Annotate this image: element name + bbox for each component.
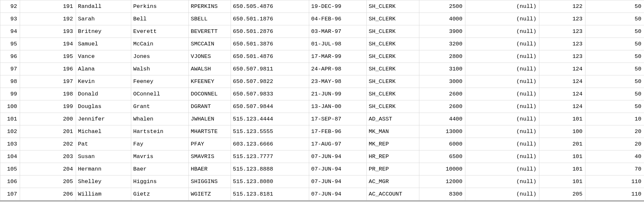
cell-first-name[interactable]: Donald <box>76 88 131 100</box>
cell-salary[interactable]: 3000 <box>419 75 465 88</box>
cell-job-id[interactable]: SH_CLERK <box>367 13 419 25</box>
cell-last-name[interactable]: OConnell <box>131 88 189 100</box>
table-row[interactable]: 100199DouglasGrantDGRANT650.507.984413-J… <box>0 100 644 113</box>
cell-phone[interactable]: 650.505.4876 <box>231 0 309 13</box>
cell-last-name[interactable]: Walsh <box>131 63 189 75</box>
cell-job-id[interactable]: SH_CLERK <box>367 63 419 75</box>
cell-rownum[interactable]: 103 <box>0 138 20 150</box>
cell-first-name[interactable]: Samuel <box>76 38 131 50</box>
cell-rownum[interactable]: 98 <box>0 75 20 88</box>
cell-job-id[interactable]: SH_CLERK <box>367 88 419 100</box>
cell-last-name[interactable]: Gietz <box>131 188 189 201</box>
cell-job-id[interactable]: AC_ACCOUNT <box>367 188 419 201</box>
cell-employee-id[interactable]: 194 <box>20 38 76 50</box>
cell-job-id[interactable]: SH_CLERK <box>367 25 419 38</box>
cell-email[interactable]: BEVERETT <box>189 25 231 38</box>
results-grid[interactable]: 92191RandallPerkinsRPERKINS650.505.48761… <box>0 0 644 201</box>
cell-employee-id[interactable]: 196 <box>20 63 76 75</box>
cell-first-name[interactable]: Shelley <box>76 175 131 188</box>
cell-department-id[interactable]: 20 <box>585 138 644 150</box>
cell-email[interactable]: SBELL <box>189 13 231 25</box>
table-row[interactable]: 93192SarahBellSBELL650.501.187604-FEB-96… <box>0 13 644 25</box>
cell-phone[interactable]: 515.123.8888 <box>231 163 309 175</box>
cell-employee-id[interactable]: 193 <box>20 25 76 38</box>
cell-email[interactable]: DOCONNEL <box>189 88 231 100</box>
cell-last-name[interactable]: Feeney <box>131 75 189 88</box>
cell-employee-id[interactable]: 197 <box>20 75 76 88</box>
cell-manager-id[interactable]: 205 <box>539 188 585 201</box>
cell-hire-date[interactable]: 07-JUN-94 <box>309 188 367 201</box>
table-row[interactable]: 106205ShelleyHigginsSHIGGINS515.123.8080… <box>0 175 644 188</box>
table-row[interactable]: 92191RandallPerkinsRPERKINS650.505.48761… <box>0 0 644 13</box>
cell-employee-id[interactable]: 206 <box>20 188 76 201</box>
cell-hire-date[interactable]: 21-JUN-99 <box>309 88 367 100</box>
cell-manager-id[interactable]: 123 <box>539 13 585 25</box>
table-row[interactable]: 94193BritneyEverettBEVERETT650.501.28760… <box>0 25 644 38</box>
cell-email[interactable]: WGIETZ <box>189 188 231 201</box>
cell-manager-id[interactable]: 101 <box>539 175 585 188</box>
cell-phone[interactable]: 650.507.9811 <box>231 63 309 75</box>
cell-salary[interactable]: 2500 <box>419 0 465 13</box>
cell-rownum[interactable]: 101 <box>0 113 20 125</box>
cell-phone[interactable]: 650.507.9822 <box>231 75 309 88</box>
cell-email[interactable]: HBAER <box>189 163 231 175</box>
cell-phone[interactable]: 603.123.6666 <box>231 138 309 150</box>
cell-hire-date[interactable]: 17-SEP-87 <box>309 113 367 125</box>
cell-employee-id[interactable]: 205 <box>20 175 76 188</box>
cell-job-id[interactable]: SH_CLERK <box>367 75 419 88</box>
cell-department-id[interactable]: 50 <box>585 50 644 63</box>
cell-last-name[interactable]: Hartstein <box>131 125 189 138</box>
cell-employee-id[interactable]: 203 <box>20 150 76 163</box>
cell-email[interactable]: RPERKINS <box>189 0 231 13</box>
cell-hire-date[interactable]: 13-JAN-00 <box>309 100 367 113</box>
cell-job-id[interactable]: MK_MAN <box>367 125 419 138</box>
cell-hire-date[interactable]: 03-MAR-97 <box>309 25 367 38</box>
cell-commission[interactable]: (null) <box>465 0 539 13</box>
cell-hire-date[interactable]: 04-FEB-96 <box>309 13 367 25</box>
cell-department-id[interactable]: 50 <box>585 75 644 88</box>
cell-email[interactable]: PFAY <box>189 138 231 150</box>
cell-hire-date[interactable]: 07-JUN-94 <box>309 150 367 163</box>
cell-email[interactable]: DGRANT <box>189 100 231 113</box>
cell-email[interactable]: SHIGGINS <box>189 175 231 188</box>
cell-rownum[interactable]: 92 <box>0 0 20 13</box>
cell-manager-id[interactable]: 124 <box>539 88 585 100</box>
cell-email[interactable]: KFEENEY <box>189 75 231 88</box>
table-row[interactable]: 102201MichaelHartsteinMHARTSTE515.123.55… <box>0 125 644 138</box>
cell-manager-id[interactable]: 100 <box>539 125 585 138</box>
cell-first-name[interactable]: Sarah <box>76 13 131 25</box>
cell-manager-id[interactable]: 124 <box>539 63 585 75</box>
cell-commission[interactable]: (null) <box>465 100 539 113</box>
cell-salary[interactable]: 3900 <box>419 25 465 38</box>
cell-hire-date[interactable]: 17-AUG-97 <box>309 138 367 150</box>
cell-manager-id[interactable]: 101 <box>539 163 585 175</box>
cell-phone[interactable]: 650.501.3876 <box>231 38 309 50</box>
cell-rownum[interactable]: 97 <box>0 63 20 75</box>
cell-phone[interactable]: 515.123.8181 <box>231 188 309 201</box>
cell-last-name[interactable]: Jones <box>131 50 189 63</box>
cell-first-name[interactable]: Vance <box>76 50 131 63</box>
table-row[interactable]: 105204HermannBaerHBAER515.123.888807-JUN… <box>0 163 644 175</box>
cell-first-name[interactable]: William <box>76 188 131 201</box>
cell-department-id[interactable]: 50 <box>585 88 644 100</box>
cell-hire-date[interactable]: 17-FEB-96 <box>309 125 367 138</box>
cell-salary[interactable]: 2600 <box>419 88 465 100</box>
cell-first-name[interactable]: Kevin <box>76 75 131 88</box>
cell-commission[interactable]: (null) <box>465 150 539 163</box>
cell-department-id[interactable]: 50 <box>585 100 644 113</box>
cell-department-id[interactable]: 50 <box>585 63 644 75</box>
cell-rownum[interactable]: 99 <box>0 88 20 100</box>
cell-hire-date[interactable]: 07-JUN-94 <box>309 163 367 175</box>
cell-first-name[interactable]: Susan <box>76 150 131 163</box>
cell-employee-id[interactable]: 201 <box>20 125 76 138</box>
cell-phone[interactable]: 650.507.9844 <box>231 100 309 113</box>
cell-rownum[interactable]: 102 <box>0 125 20 138</box>
cell-employee-id[interactable]: 204 <box>20 163 76 175</box>
cell-first-name[interactable]: Pat <box>76 138 131 150</box>
cell-department-id[interactable]: 50 <box>585 25 644 38</box>
cell-email[interactable]: JWHALEN <box>189 113 231 125</box>
cell-manager-id[interactable]: 101 <box>539 150 585 163</box>
cell-commission[interactable]: (null) <box>465 88 539 100</box>
cell-employee-id[interactable]: 192 <box>20 13 76 25</box>
cell-job-id[interactable]: SH_CLERK <box>367 38 419 50</box>
